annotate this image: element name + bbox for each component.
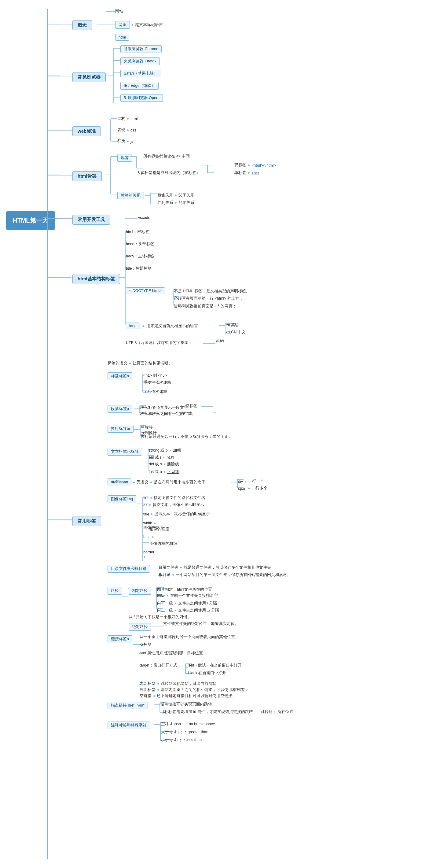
skeleton-label: html骨架: [72, 171, 102, 181]
h-svg: [137, 372, 143, 394]
skeleton-guifan-sub: [131, 153, 137, 197]
devtools-hline: [48, 218, 72, 219]
absolute-label: 绝对路径: [129, 623, 151, 631]
relative-label: 相对路径: [129, 587, 151, 595]
htmlbasic-lang: lang 用来定义当前文档显示的语言；: [126, 322, 202, 329]
format-del: del 或 s 删除线: [149, 462, 179, 467]
utf8-luanma: 乱码: [216, 338, 224, 343]
anchor-self: _self（默认）在当前窗口中打开: [186, 663, 242, 668]
main-vertical-line: [47, 9, 48, 859]
browsers-label: 常见浏览器: [72, 72, 106, 82]
dir-label: 目录文件夹和根目录: [107, 565, 150, 572]
skeleton-relation-svg: [144, 192, 150, 207]
anchor-doubletype: 双标签: [140, 642, 151, 647]
img-src: src 指定图像文件的路径和文件名: [143, 495, 205, 500]
div-desc: div 一行一个: [238, 479, 264, 484]
special-label: 注释标签和特殊字符: [107, 721, 150, 729]
p-svg: [134, 405, 140, 414]
dir-svg: [152, 565, 158, 577]
htmlbasic-utf8-svg: [203, 340, 215, 346]
format-svg: [142, 448, 148, 472]
doctype-desc1: 不是 HTML 标签，是文档类型的声明标签。: [174, 289, 250, 294]
anchorpoint-svg: [154, 702, 160, 713]
devtools-label-box: 常用开发工具: [72, 215, 110, 225]
skeleton-relation-box: 标签的关系: [117, 192, 144, 199]
browser-edge: IE / Edge（微软）: [121, 82, 159, 90]
img-imgwidth: 图像的高度: [149, 527, 169, 532]
skeleton-double-single-svg: [201, 165, 232, 180]
gainian-label: 概念: [72, 20, 92, 30]
anchor-empty: 空链接 还不能确定链接目标时可以暂时使用空链接。: [140, 693, 236, 699]
doctype-desc3: 告诉浏览器当前页面是 H5 的网页；: [174, 304, 237, 309]
br-singletype: 单标签: [141, 425, 153, 430]
anchorpoint-desc: 锚点链接可以实现页面内跳转: [161, 702, 212, 707]
skeleton-hline: [48, 175, 72, 176]
gainian-label-box: 概念: [72, 20, 92, 30]
format-italic: em 或 i 倾斜: [149, 455, 174, 460]
htmlbasic-label-box: html基本结构标签: [72, 274, 120, 284]
special-svg: [154, 721, 161, 741]
anchor-blank: _blank 在新窗口中打开: [186, 671, 226, 676]
gainian-wangye: 网页 超文本标记语言: [115, 21, 163, 29]
absolute-desc: 文件或文件夹的绝对位置，能够真实定位。: [163, 621, 239, 626]
htmlbasic-body: body：主体标签: [126, 254, 154, 259]
br-note: 换行后只是另起一行，不像 p 标签会有明显的间距。: [141, 434, 233, 439]
browser-safari: Safari（苹果电脑）: [121, 70, 161, 78]
anchorpoint-note: 目标标签需要增加 id 属性，才能实现锚点链接的跳转——跳转到 id 所在位置: [161, 709, 293, 715]
gainian-html: html: [115, 34, 129, 41]
htmlbasic-doctype-svg: [167, 287, 173, 306]
dir-folder: 目录文件夹 就是普通文件夹，可以保存多个文件和其他文件夹: [159, 565, 271, 570]
absolute-svg: [150, 623, 163, 629]
anchorpoint-label: 锚点链接 href="#id": [107, 702, 148, 709]
relative-svg: [150, 587, 157, 610]
p-doubletype-svg: [201, 405, 213, 414]
img-height: height: [143, 534, 154, 539]
h-label: 标题标签h: [107, 372, 132, 380]
webstd-branch-svg: [104, 116, 111, 145]
tag-semantics: 标签的语义 让页面的结构更清晰。: [107, 361, 172, 366]
special-lt: 小于号 &lt；：less than: [161, 738, 202, 743]
skeleton-guifan: 规范: [117, 154, 132, 162]
anchor-fromdesc: 从一个页面链接跳转到另一个页面或者页面的其他位置。: [140, 634, 239, 640]
skeleton-double-tag: 双标签 <html></html>: [234, 163, 276, 168]
special-nbsp: 空格 &nbsp；：no break space: [161, 721, 215, 727]
lang-zh: zh-CN 中文: [226, 330, 246, 335]
img-border: border: [143, 550, 154, 559]
img-title: title 提示文本，鼠标悬停的时候显示: [143, 512, 210, 517]
skeleton-paired: 大多标签都是成对出现的（双标签）: [137, 165, 232, 180]
skeleton-all-tags: 所有标签都包含在 <> 中间: [143, 154, 190, 159]
htmlbasic-title: title：标题标签: [126, 266, 151, 271]
relative-down: 向下一级 文件夹之间使用 / 分隔: [157, 601, 217, 606]
doctype-desc2: 必须写在页面的第一行 <html> 的上方；: [174, 296, 243, 301]
htmlbasic-utf8: UTF-8（万国码）以前常用的字符集；: [126, 340, 192, 345]
htmlbasic-4tags-svg: [119, 229, 125, 327]
anchor-href: href 属性用来指定跳到哪，目标位置: [140, 651, 203, 656]
htmlbasic-doctype-box: <!DOCTYPE html>: [126, 287, 165, 294]
skeleton-label-box: html骨架: [72, 171, 102, 181]
commontags-hline: [48, 520, 72, 520]
webstd-behavior: 行为 js: [117, 139, 133, 144]
htmlbasic-hline: [48, 278, 72, 278]
webstd-label: web标准: [72, 126, 101, 136]
skeleton-single-tag: 单标签 <br>: [234, 170, 260, 176]
webstd-label-box: web标准: [72, 126, 101, 136]
gainian-wangzhan: 网站: [115, 8, 123, 14]
p-label: 段落标签p: [107, 405, 132, 413]
anchor-external: 外部标签 网站内部页面之间的相互链接，可以使用相对路径。: [140, 687, 252, 692]
path-label: 路径: [107, 587, 122, 595]
format-bold: strong 或 b 加粗: [149, 448, 181, 453]
p-desc: 段落标签负责显示一段文字: [140, 405, 188, 410]
lang-en: en 英语: [226, 322, 239, 328]
main-label: HTML第一天: [6, 211, 55, 230]
devtools-label: 常用开发工具: [72, 215, 110, 225]
relative-habit-text: 从 / 开始向下找是一个很好的习惯。: [129, 615, 191, 620]
htmlbasic-head: head：头部标签: [126, 242, 154, 247]
p-doubletype: 双标签: [185, 404, 197, 409]
relative-same: 同级 在同一个文件夹直接找名字: [157, 593, 218, 598]
relative-up: 向上一级 文件夹之间使用 ../ 分隔: [157, 608, 219, 613]
p-space: 段落和段落之间有一定的空隙。: [140, 411, 196, 416]
devtools-vscode: vscode: [138, 215, 150, 220]
devtools-vscode-line: [125, 214, 137, 223]
browsers-label-box: 常见浏览器: [72, 72, 106, 82]
browser-chrome: 谷歌浏览器 Chrome: [121, 45, 162, 53]
